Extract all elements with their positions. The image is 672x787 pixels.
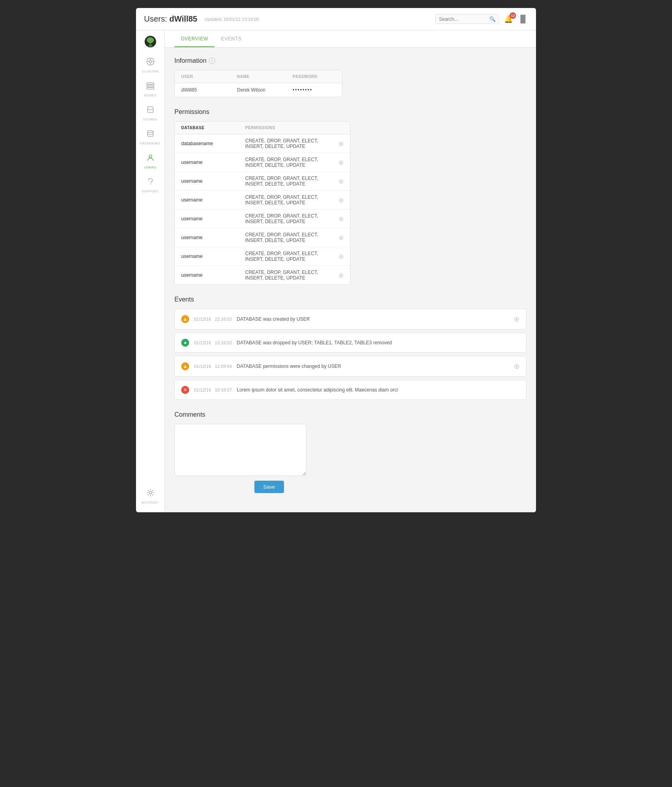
permissions-table: DATABASE PERMISSIONS databasename CREATE…	[174, 121, 350, 285]
sidebar-item-account[interactable]: ACCOUNT	[136, 484, 164, 508]
sidebar-item-label-cluster: CLusTER	[142, 70, 158, 73]
perm-cell-action: ⊕	[332, 210, 350, 228]
info-cell-user: dWill85	[175, 83, 230, 97]
events-section-title: Events	[174, 296, 526, 303]
perm-action-icon[interactable]: ⊕	[338, 140, 344, 147]
perm-action-icon[interactable]: ⊕	[338, 272, 344, 279]
sidebar-bottom: ACCOUNT	[136, 484, 164, 512]
notification-badge: 12	[510, 12, 516, 19]
svg-point-13	[149, 155, 152, 158]
event-item: ● 01/12/16 13:16:02 DATABASE was dropped…	[174, 333, 526, 353]
svg-point-2	[149, 60, 152, 63]
info-cell-password: ••••••••	[286, 83, 342, 97]
tab-overview[interactable]: OVERVIEW	[174, 30, 214, 47]
comments-section: Comments Save	[174, 411, 526, 493]
information-table: USER NAME PASSWORD dWill85 Derek Wilson …	[174, 70, 342, 97]
event-description: DATABASE was dropped by USER; TABLE1, TA…	[237, 340, 520, 346]
event-timestamp: 01/12/16 11:09:54	[194, 364, 232, 369]
perm-cell-perms: CREATE, DROP, GRANT, ELECT, INSERT, DELE…	[239, 191, 332, 210]
sidebar-item-stores[interactable]: STORES	[136, 101, 164, 125]
svg-rect-9	[147, 88, 154, 89]
perm-cell-perms: CREATE, DROP, GRANT, ELECT, INSERT, DELE…	[239, 247, 332, 266]
perm-cell-action: ⊕	[332, 228, 350, 247]
perm-row: databasename CREATE, DROP, GRANT, ELECT,…	[175, 134, 350, 153]
page-body: Information i USER NAME PASSWORD	[165, 48, 536, 512]
events-section: Events ▲ 01/12/16 22:16:02 DATABASE was …	[174, 296, 526, 400]
search-input[interactable]	[439, 16, 487, 22]
perm-row: username CREATE, DROP, GRANT, ELECT, INS…	[175, 266, 350, 285]
event-timestamp: 01/12/16 22:16:02	[194, 317, 232, 322]
information-info-icon[interactable]: i	[209, 58, 215, 64]
event-description: DATABASE permissions were changed by USE…	[237, 364, 509, 369]
perm-cell-action: ⊕	[332, 172, 350, 191]
perm-action-icon[interactable]: ⊕	[338, 216, 344, 222]
tabs-bar: OVERVIEW EVENTS	[165, 30, 536, 48]
perm-cell-action: ⊕	[332, 134, 350, 153]
event-description: Lorem ipsum dolor sit amet, consectetur …	[237, 387, 520, 393]
event-description: DATABASE was created by USER	[237, 316, 509, 322]
perm-action-icon[interactable]: ⊕	[338, 159, 344, 166]
event-item: ▲ 01/12/16 22:16:02 DATABASE was created…	[174, 309, 526, 330]
stores-icon	[146, 105, 155, 116]
content-area: OVERVIEW EVENTS Information i USER NAME	[165, 30, 536, 512]
perm-cell-perms: CREATE, DROP, GRANT, ELECT, INSERT, DELE…	[239, 153, 332, 172]
perm-cell-perms: CREATE, DROP, GRANT, ELECT, INSERT, DELE…	[239, 266, 332, 285]
sidebar-item-label-support: SUPPORT	[142, 190, 158, 193]
perm-cell-db: username	[175, 210, 239, 228]
permissions-section-title: Permissions	[174, 108, 526, 116]
sidebar-item-label-users: USERS	[144, 166, 156, 169]
notifications-button[interactable]: 🔔 12	[504, 15, 513, 24]
support-icon	[146, 177, 155, 188]
event-type-icon: ▲	[181, 362, 189, 370]
sidebar-item-databases[interactable]: DATABASES	[136, 125, 164, 149]
users-icon	[146, 153, 155, 164]
perm-row: username CREATE, DROP, GRANT, ELECT, INS…	[175, 247, 350, 266]
perm-row: username CREATE, DROP, GRANT, ELECT, INS…	[175, 191, 350, 210]
information-section-title: Information i	[174, 57, 526, 64]
perm-cell-action: ⊕	[332, 266, 350, 285]
info-col-password: PASSWORD	[286, 70, 342, 83]
menu-button[interactable]: ▐▌	[518, 15, 528, 23]
sidebar: CLusTER NODES	[136, 30, 165, 512]
sidebar-item-users[interactable]: USERS	[136, 149, 164, 173]
sidebar-item-label-databases: DATABASES	[140, 142, 160, 145]
perm-action-icon[interactable]: ⊕	[338, 178, 344, 185]
perm-cell-perms: CREATE, DROP, GRANT, ELECT, INSERT, DELE…	[239, 134, 332, 153]
sidebar-item-cluster[interactable]: CLusTER	[136, 53, 164, 77]
perm-action-icon[interactable]: ⊕	[338, 197, 344, 204]
perm-action-icon[interactable]: ⊕	[338, 234, 344, 241]
event-expand-icon[interactable]: ⊕	[514, 362, 520, 371]
perm-col-db: DATABASE	[175, 122, 239, 134]
event-type-icon: ●	[181, 339, 189, 347]
event-type-icon: ✕	[181, 386, 189, 394]
perm-cell-db: username	[175, 228, 239, 247]
event-timestamp: 01/12/16 10:18:07	[194, 388, 232, 392]
event-expand-icon[interactable]: ⊕	[514, 315, 520, 324]
event-type-icon: ▲	[181, 315, 189, 323]
perm-action-icon[interactable]: ⊕	[338, 253, 344, 260]
svg-point-15	[149, 491, 152, 494]
perm-cell-db: databasename	[175, 134, 239, 153]
comments-textarea[interactable]	[174, 424, 306, 476]
sidebar-item-nodes[interactable]: NODES	[136, 77, 164, 101]
events-list: ▲ 01/12/16 22:16:02 DATABASE was created…	[174, 309, 526, 400]
cluster-icon	[146, 57, 155, 68]
info-col-user: USER	[175, 70, 230, 83]
comments-section-title: Comments	[174, 411, 526, 418]
event-item: ▲ 01/12/16 11:09:54 DATABASE permissions…	[174, 356, 526, 377]
info-col-name: NAME	[230, 70, 286, 83]
perm-row: username CREATE, DROP, GRANT, ELECT, INS…	[175, 228, 350, 247]
sidebar-item-label-nodes: NODES	[144, 94, 156, 97]
perm-row: username CREATE, DROP, GRANT, ELECT, INS…	[175, 153, 350, 172]
save-button[interactable]: Save	[254, 481, 284, 493]
perm-col-perms: PERMISSIONS	[239, 122, 332, 134]
perm-cell-db: username	[175, 153, 239, 172]
tab-events[interactable]: EVENTS	[214, 30, 248, 47]
sidebar-item-support[interactable]: SUPPORT	[136, 173, 164, 197]
updated-timestamp: Updated: 16/01/12 13:16:00	[204, 17, 259, 22]
databases-icon	[146, 129, 155, 140]
event-item: ✕ 01/12/16 10:18:07 Lorem ipsum dolor si…	[174, 380, 526, 400]
info-row: dWill85 Derek Wilson ••••••••	[175, 83, 342, 97]
nodes-icon	[146, 81, 155, 92]
sidebar-item-label-stores: STORES	[143, 118, 158, 121]
